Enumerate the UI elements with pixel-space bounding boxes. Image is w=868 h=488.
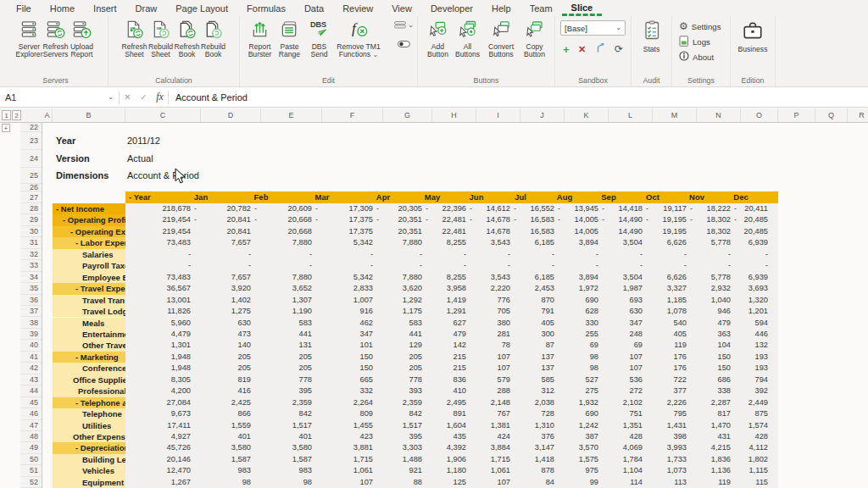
cell[interactable]: - bbox=[261, 260, 312, 271]
cell[interactable]: 107 bbox=[476, 352, 510, 363]
cell[interactable]: 1,078 bbox=[653, 306, 687, 317]
row-label-cell[interactable]: Entertainment bbox=[53, 329, 125, 340]
header-month-jan[interactable]: Jan bbox=[179, 191, 223, 203]
cell[interactable]: 5,342 bbox=[322, 272, 373, 283]
cell[interactable]: 22,481 bbox=[432, 226, 466, 237]
header-month-oct[interactable]: Oct bbox=[631, 191, 675, 203]
row-header-32[interactable]: 32 bbox=[20, 249, 42, 260]
cell[interactable]: 7,657 bbox=[201, 237, 251, 248]
cell[interactable]: 579 bbox=[476, 374, 510, 385]
cell[interactable]: 891 bbox=[432, 408, 466, 419]
cell[interactable]: 17,375 bbox=[322, 226, 373, 237]
name-box[interactable]: A1 ⌄ bbox=[0, 87, 119, 107]
row-label-cell[interactable]: Other Travel R bbox=[53, 340, 125, 351]
cell[interactable]: 215 bbox=[432, 352, 466, 363]
cell[interactable]: 1,784 bbox=[609, 454, 643, 465]
info-value-dimensions[interactable]: Account & Period bbox=[127, 168, 297, 184]
cell[interactable]: 1,802 bbox=[741, 454, 768, 465]
cell[interactable]: 140 bbox=[201, 340, 251, 351]
cell[interactable]: 22,481 bbox=[432, 214, 466, 225]
upload-report-button[interactable]: Upload Report bbox=[69, 19, 95, 60]
cell[interactable]: 150 bbox=[697, 352, 731, 363]
row-header-29[interactable]: 29 bbox=[20, 214, 42, 225]
cell[interactable]: 540 bbox=[653, 318, 687, 329]
row-header-36[interactable]: 36 bbox=[20, 295, 42, 306]
refresh-servers-button[interactable]: Refresh Servers bbox=[42, 19, 69, 60]
cell[interactable]: 142 bbox=[432, 340, 466, 351]
cell[interactable]: 3,620 bbox=[383, 283, 422, 294]
row-header-31[interactable]: 31 bbox=[20, 237, 42, 248]
refresh-book-button[interactable]: Refresh Book bbox=[174, 19, 200, 60]
cell[interactable]: 377 bbox=[653, 385, 687, 396]
cell[interactable]: 14,005 bbox=[565, 214, 598, 225]
row-label-cell[interactable]: Utilities bbox=[53, 420, 125, 431]
cell[interactable]: - bbox=[741, 260, 768, 271]
cell[interactable]: 1,307 bbox=[261, 295, 312, 306]
cell[interactable]: 380 bbox=[476, 318, 510, 329]
cell[interactable]: 14,418 bbox=[609, 203, 643, 214]
cell[interactable]: 751 bbox=[609, 408, 643, 419]
cell[interactable]: 3,147 bbox=[520, 442, 554, 453]
cell[interactable]: 2,148 bbox=[476, 397, 510, 408]
cell[interactable]: 14,678 bbox=[476, 226, 510, 237]
cell[interactable]: 150 bbox=[322, 352, 373, 363]
cell[interactable]: 441 bbox=[261, 329, 312, 340]
stats-button[interactable]: Stats bbox=[637, 19, 667, 54]
row-label-cell[interactable]: Employee Ben bbox=[53, 272, 125, 283]
row-header-25[interactable]: 25 bbox=[20, 168, 42, 184]
cell[interactable]: 137 bbox=[520, 363, 554, 374]
cell[interactable]: 423 bbox=[322, 431, 373, 442]
cell[interactable]: 416 bbox=[201, 385, 251, 396]
cell[interactable]: 809 bbox=[322, 408, 373, 419]
cell[interactable]: 7,880 bbox=[383, 272, 422, 283]
cell[interactable]: 778 bbox=[261, 374, 312, 385]
cell[interactable]: 690 bbox=[565, 295, 598, 306]
tab-file[interactable]: File bbox=[7, 2, 41, 16]
cell[interactable]: 2,425 bbox=[201, 397, 251, 408]
header-month-jul[interactable]: Jul bbox=[498, 191, 542, 203]
cell[interactable]: 12,470 bbox=[125, 465, 191, 476]
cell[interactable]: 2,932 bbox=[697, 283, 731, 294]
row-label-cell[interactable]: - Travel Expense bbox=[53, 283, 125, 294]
cell[interactable]: 767 bbox=[476, 408, 510, 419]
cell[interactable]: 630 bbox=[201, 318, 251, 329]
cell[interactable]: 119 bbox=[653, 340, 687, 351]
column-header-G[interactable]: G bbox=[383, 108, 432, 122]
cell[interactable]: 129 bbox=[383, 340, 422, 351]
cell[interactable]: 3,993 bbox=[653, 442, 687, 453]
cell[interactable]: 1,906 bbox=[432, 454, 466, 465]
cell[interactable]: 363 bbox=[697, 329, 731, 340]
row-header-50[interactable]: 50 bbox=[20, 454, 42, 465]
row-header-33[interactable]: 33 bbox=[20, 260, 42, 271]
cell[interactable]: 17,375 bbox=[322, 214, 373, 225]
cell[interactable]: 119 bbox=[697, 477, 731, 488]
cell[interactable]: 1,201 bbox=[741, 306, 768, 317]
row-label-cell[interactable]: Office Supplies bbox=[53, 374, 125, 385]
cell[interactable]: 205 bbox=[201, 352, 251, 363]
cell[interactable]: 4,200 bbox=[125, 385, 191, 396]
cell[interactable]: 1,402 bbox=[201, 295, 251, 306]
cell[interactable]: 98 bbox=[565, 363, 598, 374]
cell[interactable]: 1,320 bbox=[741, 295, 768, 306]
cell[interactable]: 205 bbox=[383, 363, 422, 374]
row-label-cell[interactable]: - Operating Profit bbox=[53, 214, 125, 225]
cell[interactable]: - bbox=[476, 249, 510, 260]
report-burster-button[interactable]: Report Burster bbox=[247, 19, 273, 60]
row-header-47[interactable]: 47 bbox=[20, 420, 42, 431]
add-button-button[interactable]: Add Button bbox=[425, 19, 451, 60]
cell[interactable]: 878 bbox=[520, 465, 554, 476]
cell[interactable]: 18,302 bbox=[697, 214, 731, 225]
row-header-40[interactable]: 40 bbox=[20, 340, 42, 351]
row-header-49[interactable]: 49 bbox=[20, 442, 42, 453]
cell[interactable]: 13,945 bbox=[565, 203, 598, 214]
cell[interactable]: 1,455 bbox=[322, 420, 373, 431]
cell[interactable]: - bbox=[565, 260, 598, 271]
cell[interactable]: 20,146 bbox=[125, 454, 191, 465]
cell[interactable]: 1,061 bbox=[476, 465, 510, 476]
cell[interactable]: 428 bbox=[609, 431, 643, 442]
cell[interactable]: 330 bbox=[565, 318, 598, 329]
sandbox-select[interactable]: [Base] ⌄ bbox=[560, 20, 626, 36]
column-header-P[interactable]: P bbox=[778, 108, 815, 122]
cell[interactable]: 405 bbox=[653, 329, 687, 340]
row-header-24[interactable]: 24 bbox=[20, 150, 42, 168]
